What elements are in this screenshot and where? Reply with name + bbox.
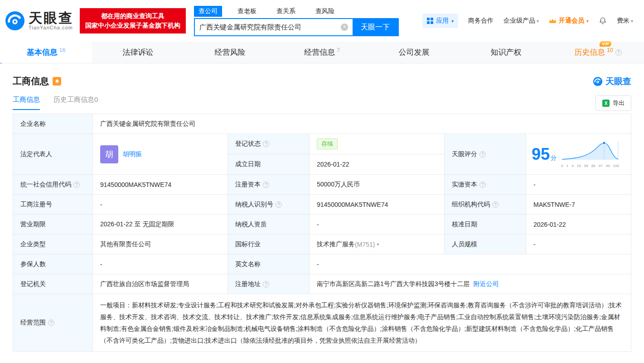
value-paid-capital: -: [526, 175, 631, 195]
tianyancha-logo[interactable]: 天眼查 TianYanCha.com: [5, 10, 73, 31]
chevron-down-icon: ▾: [631, 19, 633, 24]
help-icon[interactable]: ?: [263, 141, 269, 147]
help-icon[interactable]: ?: [479, 182, 486, 188]
subtab-business-info[interactable]: 工商信息: [13, 96, 40, 110]
help-icon[interactable]: ?: [615, 49, 622, 56]
help-icon[interactable]: ?: [263, 182, 269, 188]
tab-operation-risk[interactable]: 经营风险: [184, 42, 276, 63]
search-tabs: 查公司 查老板 查关系 查风险: [194, 5, 399, 17]
label-company-name: 企业名称: [13, 114, 93, 134]
label-registration-number: 工商注册号: [13, 195, 93, 215]
tab-company-development[interactable]: 公司发展: [368, 42, 460, 63]
tab-basic-info[interactable]: 基本信息16: [0, 42, 92, 63]
value-registration-authority: 广西壮族自治区市场监督管理局: [93, 274, 228, 294]
table-row: 企业类型 其他有限责任公司 国标行业 技术推广服务 (M751) ▾ 人员规模 …: [13, 234, 631, 254]
tab-label: 历史信息: [574, 47, 605, 57]
clear-icon[interactable]: ×: [341, 24, 348, 31]
legal-rep-avatar[interactable]: 胡: [100, 145, 118, 163]
help-icon[interactable]: ?: [73, 182, 80, 188]
tab-legal-proceedings[interactable]: 法律诉讼: [92, 42, 184, 63]
label-establish-date: 成立日期: [228, 154, 310, 175]
export-button[interactable]: X 导出: [596, 96, 631, 111]
score-number: 95分: [532, 146, 557, 162]
value-company-name: 广西关键金属研究院有限责任公司: [93, 114, 631, 134]
crown-icon: [549, 18, 557, 24]
value-industry[interactable]: 技术推广服务 (M751) ▾: [310, 234, 445, 254]
label-tianyan-score: 天眼评分 ?: [445, 134, 526, 175]
chevron-down-icon: ▾: [451, 19, 454, 24]
section-title: 工商信息: [13, 75, 49, 87]
label-insured-count: 参保人数: [13, 254, 93, 274]
label-business-term: 营业期限: [13, 215, 93, 234]
tab-label: 基本信息: [27, 47, 58, 57]
chevron-down-icon: ▾: [586, 19, 589, 24]
tab-operation-info[interactable]: 经营信息7: [276, 42, 368, 63]
business-info-table: 企业名称 广西关键金属研究院有限责任公司 法定代表人 胡 胡明振 登记状态 ? …: [13, 114, 631, 352]
label-taxpayer-quality: 纳税人资质: [228, 215, 310, 234]
value-business-scope: 一般项目：新材料技术研发;专业设计服务;工程和技术研究和试验发展;对外承包工程;…: [93, 294, 631, 352]
apps-menu[interactable]: 应用 ▾: [422, 14, 458, 28]
company-section-tabs: 基本信息16 法律诉讼 经营风险 经营信息7 公司发展 知识产权 VIP 历史信…: [0, 42, 644, 63]
value-taxpayer-id: 91450000MAK5TNWE74: [310, 195, 445, 215]
label-company-type: 企业类型: [13, 234, 93, 254]
excel-icon: X: [602, 100, 610, 107]
logo-domain: TianYanCha.com: [29, 25, 73, 30]
label-registered-address: 注册地址?: [228, 274, 310, 294]
user-name: 费米: [617, 17, 629, 25]
open-vip-label: 开通会员: [559, 17, 584, 25]
promo-badge: 都在用的商业查询工具 国家中小企业发展子基金旗下机构: [80, 8, 186, 33]
menu-open-vip[interactable]: 开通会员 ▾: [549, 17, 589, 25]
tab-intellectual-property[interactable]: 知识产权: [460, 42, 552, 63]
status-badge: 存续: [317, 139, 338, 149]
help-icon[interactable]: ?: [263, 281, 269, 287]
label-staff-size: 人员规模: [445, 234, 526, 254]
search-tab-boss[interactable]: 查老板: [233, 6, 261, 17]
value-english-name: -: [310, 254, 631, 274]
address-text: 南宁市高新区高新二路1号广西大学科技园3号楼十二层: [317, 280, 470, 288]
help-icon[interactable]: ?: [479, 151, 486, 158]
label-organization-code: 组织机构代码?: [445, 195, 526, 215]
industry-name: 技术推广服务: [317, 240, 355, 248]
table-row: 企业名称 广西关键金属研究院有限责任公司: [13, 114, 631, 134]
value-credit-code: 91450000MAK5TNWE74: [93, 175, 228, 195]
tab-label: 知识产权: [491, 47, 522, 57]
label-credit-code: 统一社会信用代码?: [13, 175, 93, 195]
watermark-text: 天眼查: [605, 76, 631, 87]
search-tab-company[interactable]: 查公司: [194, 6, 222, 17]
tab-history-info[interactable]: VIP 历史信息10 ?: [552, 42, 644, 63]
legal-rep-name-link[interactable]: 胡明振: [123, 150, 142, 158]
label-industry: 国标行业: [228, 234, 310, 254]
help-icon[interactable]: ?: [276, 201, 282, 208]
value-company-type: 其他有限责任公司: [93, 234, 228, 254]
value-establish-date: 2026-01-22: [310, 154, 445, 175]
menu-enterprise-products[interactable]: 企业级产品 ▾: [504, 17, 539, 25]
value-tianyan-score: 95分 0131555859799100: [526, 134, 631, 175]
value-registration-number: -: [93, 195, 228, 215]
search-input[interactable]: [195, 19, 341, 35]
search-tab-risk[interactable]: 查风险: [311, 6, 339, 17]
nearby-companies-link[interactable]: 附近公司: [474, 280, 499, 288]
table-row: 统一社会信用代码? 91450000MAK5TNWE74 注册资本? 50000…: [13, 175, 631, 195]
notification-bell-icon[interactable]: [599, 17, 607, 25]
help-icon[interactable]: ?: [48, 320, 54, 326]
table-row: 法定代表人 胡 胡明振 登记状态 ? 存续 成立日期 2026-01-22 天眼…: [13, 134, 631, 175]
logo-text: 天眼查 TianYanCha.com: [29, 11, 73, 30]
label-registration-status: 登记状态 ?: [228, 134, 310, 154]
search-button[interactable]: 天眼一下: [353, 19, 398, 35]
apps-grid-icon: [427, 18, 433, 24]
tianyancha-watermark: 天眼查: [593, 76, 631, 87]
help-icon[interactable]: ?: [492, 201, 499, 208]
label-legal-representative: 法定代表人: [13, 134, 93, 175]
user-menu[interactable]: 费米 ▾: [617, 17, 633, 25]
tab-count: 10: [607, 47, 613, 53]
tianyancha-logo-icon: [5, 10, 25, 31]
search-tab-relation[interactable]: 查关系: [272, 6, 300, 17]
menu-business-cooperation[interactable]: 商务合作: [468, 17, 494, 25]
table-row: 参保人数 - 英文名称 -: [13, 254, 631, 274]
promo-line-2: 国家中小企业发展子基金旗下机构: [85, 21, 180, 30]
subtab-history-business-info[interactable]: 历史工商信息0: [53, 96, 98, 109]
chevron-down-icon: ▾: [377, 242, 379, 247]
value-registered-address: 南宁市高新区高新二路1号广西大学科技园3号楼十二层 附近公司: [310, 274, 631, 294]
subscribe-bell-icon[interactable]: [53, 77, 61, 86]
label-approval-date: 核准日期: [445, 215, 526, 234]
